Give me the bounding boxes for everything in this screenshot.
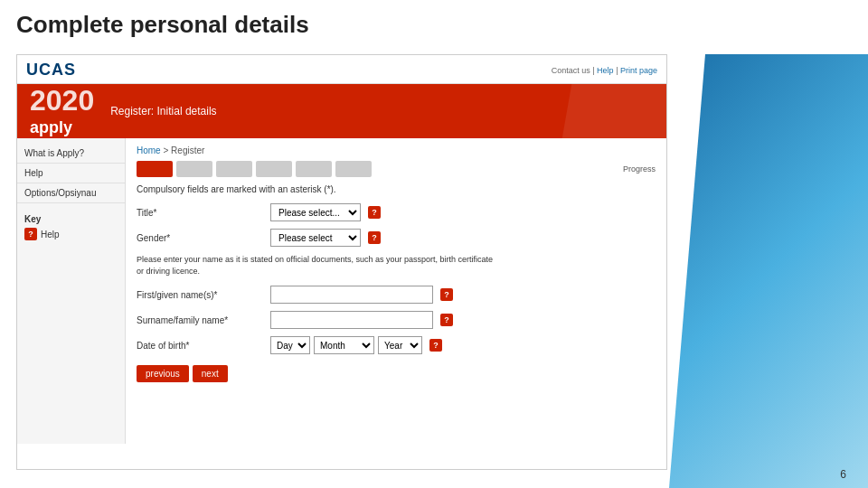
- progress-step-6: [335, 161, 372, 177]
- nav-links: Contact us | Help | Print page: [552, 66, 657, 75]
- key-label: Key: [24, 214, 118, 224]
- form-container: UCAS Contact us | Help | Print page 2020…: [16, 54, 667, 470]
- breadcrumb-sep: >: [163, 145, 171, 155]
- print-link[interactable]: Print page: [620, 66, 657, 75]
- title-label: Title*: [137, 208, 263, 218]
- sidebar-item-options[interactable]: Options/Opsiynau: [17, 183, 125, 203]
- surname-label: Surname/family name*: [137, 315, 263, 325]
- next-button[interactable]: next: [193, 365, 228, 382]
- surname-row: Surname/family name* ?: [137, 311, 656, 329]
- content-area: Home > Register Progress Compulsory fiel…: [126, 138, 666, 444]
- progress-label: Progress: [623, 164, 656, 174]
- help-link[interactable]: Help: [597, 66, 614, 75]
- sidebar-key-section: Key ? Help: [17, 207, 125, 248]
- passport-note: Please enter your name as it is stated o…: [137, 254, 498, 277]
- breadcrumb: Home > Register: [137, 145, 656, 155]
- gender-select[interactable]: Please select Male Female: [270, 229, 361, 247]
- firstname-label: First/given name(s)*: [137, 290, 263, 300]
- main-layout: What is Apply? Help Options/Opsiynau Key…: [17, 138, 666, 444]
- dob-year-select[interactable]: Year 200019991998: [378, 336, 422, 354]
- progress-step-1: [137, 161, 173, 177]
- breadcrumb-home[interactable]: Home: [137, 145, 161, 155]
- breadcrumb-current: Register: [171, 145, 204, 155]
- ucas-logo: UCAS: [26, 61, 76, 80]
- sidebar: What is Apply? Help Options/Opsiynau Key…: [17, 138, 126, 444]
- banner-subtitle: Register: Initial details: [110, 105, 216, 117]
- progress-step-4: [256, 161, 292, 177]
- ucas-header: UCAS Contact us | Help | Print page: [17, 55, 666, 84]
- title-select[interactable]: Please select... Mr Mrs Miss Ms Dr: [270, 203, 361, 221]
- title-row: Title* Please select... Mr Mrs Miss Ms D…: [137, 203, 656, 221]
- sidebar-item-help[interactable]: Help: [17, 164, 125, 183]
- title-help-icon[interactable]: ?: [368, 206, 381, 219]
- button-row: previous next: [137, 365, 656, 382]
- surname-help-icon[interactable]: ?: [440, 314, 453, 326]
- key-help-label: Help: [41, 230, 60, 239]
- gender-label: Gender*: [137, 233, 263, 243]
- progress-step-5: [296, 161, 332, 177]
- previous-button[interactable]: previous: [137, 365, 189, 382]
- dob-row: Date of birth* Day 123 Month JanuaryFebr…: [137, 336, 656, 354]
- firstname-input[interactable]: [270, 286, 433, 304]
- dob-month-select[interactable]: Month JanuaryFebruaryMarch: [314, 336, 374, 354]
- page-title: Complete personal details: [16, 11, 309, 39]
- background-decoration: [669, 54, 868, 488]
- surname-input[interactable]: [270, 311, 433, 329]
- year-display: 2020 apply: [30, 86, 94, 137]
- apply-banner: 2020 apply Register: Initial details: [17, 84, 666, 138]
- dob-inputs: Day 123 Month JanuaryFebruaryMarch Year …: [270, 336, 422, 354]
- sidebar-item-what-is-apply[interactable]: What is Apply?: [17, 144, 125, 164]
- progress-step-3: [216, 161, 252, 177]
- gender-help-icon[interactable]: ?: [368, 231, 381, 244]
- required-note: Compulsory fields are marked with an ast…: [137, 184, 656, 194]
- firstname-help-icon[interactable]: ?: [440, 288, 453, 301]
- dob-label: Date of birth*: [137, 341, 263, 351]
- help-icon: ?: [24, 228, 37, 240]
- progress-step-2: [176, 161, 212, 177]
- dob-help-icon[interactable]: ?: [429, 339, 442, 352]
- progress-bar-row: Progress: [137, 161, 656, 177]
- dob-day-select[interactable]: Day 123: [270, 336, 310, 354]
- firstname-row: First/given name(s)* ?: [137, 286, 656, 304]
- key-help-item: ? Help: [24, 228, 118, 240]
- page-number: 6: [840, 468, 846, 481]
- gender-row: Gender* Please select Male Female ?: [137, 229, 656, 247]
